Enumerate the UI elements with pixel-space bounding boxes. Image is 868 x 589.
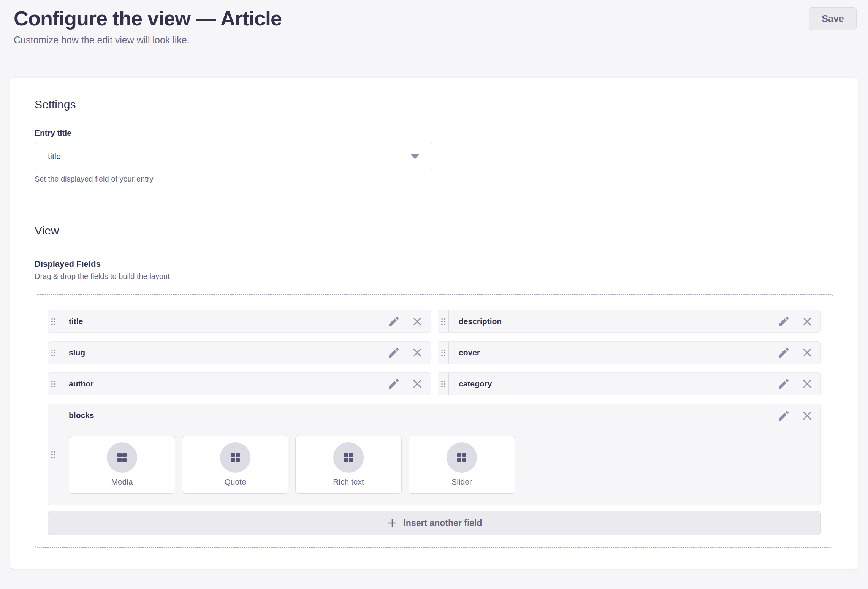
cross-icon — [802, 317, 812, 326]
field-row-blocks[interactable]: blocks Media — [48, 404, 821, 505]
edit-field-button[interactable] — [779, 411, 789, 421]
edit-field-button[interactable] — [779, 348, 789, 358]
component-label: Rich text — [333, 477, 364, 486]
remove-field-button[interactable] — [802, 379, 812, 389]
view-section: View Displayed Fields Drag & drop the fi… — [35, 223, 833, 548]
component-label: Quote — [224, 477, 246, 486]
page-subtitle: Customize how the edit view will look li… — [14, 34, 857, 46]
drag-dots-icon — [51, 349, 56, 357]
remove-field-button[interactable] — [412, 379, 422, 389]
remove-field-button[interactable] — [802, 411, 812, 421]
settings-section: Settings Entry title title Set the displ… — [35, 97, 833, 184]
component-card-quote[interactable]: Quote — [182, 436, 288, 494]
content-card: Settings Entry title title Set the displ… — [10, 78, 858, 569]
cross-icon — [802, 379, 812, 389]
components-row: Media Quote Rich text — [69, 436, 812, 494]
component-label: Media — [111, 477, 133, 486]
save-button[interactable]: Save — [809, 7, 857, 30]
drag-dots-icon — [51, 380, 56, 388]
configure-view-page: Configure the view — Article Customize h… — [0, 0, 868, 569]
drag-handle-icon[interactable] — [48, 342, 59, 364]
remove-field-button[interactable] — [412, 348, 422, 358]
page-title: Configure the view — Article — [14, 6, 857, 30]
field-row-category[interactable]: category — [438, 372, 821, 395]
component-label: Slider — [451, 477, 472, 486]
pencil-icon — [779, 317, 789, 326]
cross-icon — [802, 348, 812, 358]
remove-field-button[interactable] — [802, 348, 812, 358]
pencil-icon — [389, 317, 399, 326]
field-name-label: cover — [449, 342, 779, 364]
component-icon-circle — [333, 442, 364, 473]
field-row-cover[interactable]: cover — [438, 341, 821, 364]
field-name-label: slug — [59, 342, 389, 364]
component-grid-icon — [230, 452, 241, 463]
component-icon-circle — [447, 442, 477, 473]
entry-title-select-value: title — [48, 152, 61, 162]
pencil-icon — [779, 411, 789, 421]
field-row-description[interactable]: description — [438, 310, 821, 333]
entry-title-select[interactable]: title — [35, 143, 432, 170]
component-icon-circle — [107, 442, 137, 473]
component-card-slider[interactable]: Slider — [409, 436, 515, 494]
drag-dots-icon — [441, 318, 446, 326]
component-grid-icon — [343, 452, 354, 463]
drag-handle-icon[interactable] — [48, 310, 59, 332]
cross-icon — [412, 317, 422, 326]
settings-heading: Settings — [35, 97, 833, 112]
field-row-title[interactable]: title — [48, 310, 431, 333]
page-header: Configure the view — Article Customize h… — [0, 0, 868, 46]
chevron-down-icon — [411, 154, 419, 159]
pencil-icon — [389, 379, 399, 389]
field-name-label: blocks — [69, 411, 94, 420]
drag-handle-icon[interactable] — [48, 373, 59, 395]
remove-field-button[interactable] — [412, 317, 422, 326]
drag-dots-icon — [51, 451, 56, 459]
fields-drop-zone: title description — [35, 294, 833, 548]
edit-field-button[interactable] — [389, 317, 399, 326]
field-name-label: category — [449, 373, 779, 395]
displayed-fields-hint: Drag & drop the fields to build the layo… — [35, 272, 833, 281]
insert-field-label: Insert another field — [403, 518, 482, 528]
drag-dots-icon — [441, 380, 446, 388]
blocks-head: blocks — [69, 411, 812, 421]
pencil-icon — [389, 348, 399, 358]
component-grid-icon — [117, 452, 127, 463]
view-heading: View — [35, 223, 833, 238]
cross-icon — [412, 348, 422, 358]
blocks-content: blocks Media — [59, 404, 820, 505]
edit-field-button[interactable] — [389, 348, 399, 358]
fields-grid: title description — [48, 310, 821, 395]
drag-dots-icon — [51, 318, 56, 326]
field-row-slug[interactable]: slug — [48, 341, 431, 364]
drag-handle-icon[interactable] — [438, 310, 449, 332]
component-icon-circle — [220, 442, 250, 473]
field-name-label: title — [59, 310, 389, 332]
field-name-label: description — [449, 310, 779, 332]
insert-field-button[interactable]: Insert another field — [48, 511, 821, 535]
component-card-media[interactable]: Media — [69, 436, 175, 494]
displayed-fields-label: Displayed Fields — [35, 259, 833, 269]
drag-handle-icon[interactable] — [48, 404, 59, 505]
component-card-rich-text[interactable]: Rich text — [295, 436, 402, 494]
drag-dots-icon — [441, 349, 446, 357]
field-name-label: author — [59, 373, 389, 395]
section-divider — [35, 205, 833, 205]
component-grid-icon — [456, 452, 467, 463]
entry-title-hint: Set the displayed field of your entry — [35, 175, 833, 184]
cross-icon — [412, 379, 422, 389]
drag-handle-icon[interactable] — [438, 342, 449, 364]
plus-icon — [386, 517, 398, 529]
entry-title-label: Entry title — [35, 128, 833, 138]
pencil-icon — [779, 379, 789, 389]
remove-field-button[interactable] — [802, 317, 812, 326]
edit-field-button[interactable] — [779, 379, 789, 389]
edit-field-button[interactable] — [389, 379, 399, 389]
cross-icon — [802, 411, 812, 421]
edit-field-button[interactable] — [779, 317, 789, 326]
drag-handle-icon[interactable] — [438, 373, 449, 395]
pencil-icon — [779, 348, 789, 358]
field-row-author[interactable]: author — [48, 372, 431, 395]
